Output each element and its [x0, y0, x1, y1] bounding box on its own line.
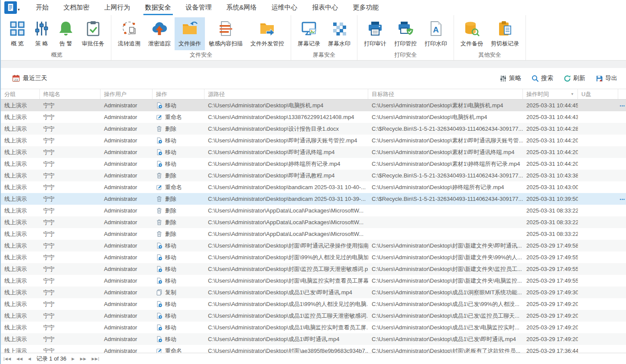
ribbon-button-label: 泄密追踪 [148, 40, 171, 48]
ribbon-button[interactable]: 打印审计 [360, 17, 390, 50]
table-row[interactable]: 线上演示宁宁Administrator删除C:\Users\Administra… [1, 193, 626, 205]
row-actions-button[interactable]: ••• [620, 104, 625, 108]
cell-time: 2025-03-31 10:44:20 [523, 137, 578, 144]
cell-source-path: C:\Users\Administrator\Desktop\bandicam … [204, 196, 368, 202]
table-row[interactable]: 线上演示宁宁Administrator移动C:\Users\Administra… [1, 240, 626, 251]
table-row[interactable]: 线上演示宁宁Administrator删除C:\Users\Administra… [1, 170, 626, 181]
ribbon-button[interactable]: A打印水印 [421, 17, 451, 50]
ribbon-button[interactable]: 概 览 [5, 17, 29, 50]
table-row[interactable]: 线上演示宁宁Administrator移动C:\Users\Administra… [1, 298, 626, 310]
table-row[interactable]: 线上演示宁宁Administrator移动C:\Users\Administra… [1, 251, 626, 263]
date-filter[interactable]: 23 最近三天 [12, 74, 47, 82]
operation-label: 移动 [165, 265, 176, 273]
cell-group: 线上演示 [1, 125, 40, 133]
cell-group: 线上演示 [1, 160, 40, 168]
table-row[interactable]: 线上演示宁宁Administrator删除C:\Users\Administra… [1, 228, 626, 240]
cell-target-path: C:\Users\Administrator\Desktop\封面\新建文件夹\… [368, 254, 523, 261]
table-row[interactable]: 线上演示宁宁Administrator重命名C:\Users\Administr… [1, 111, 626, 123]
first-page-button[interactable]: |◀◀ [3, 357, 11, 361]
export-save-icon [596, 75, 603, 82]
table-row[interactable]: 线上演示宁宁Administrator移动C:\Users\Administra… [1, 322, 626, 333]
ribbon-button[interactable]: 屏幕记录 [294, 17, 324, 50]
cell-time: 2025-03-31 10:44:20 [523, 149, 578, 155]
column-header-time[interactable]: 操作时间▼ [523, 89, 578, 99]
export-button[interactable]: 导出 [596, 74, 617, 82]
table-row[interactable]: 线上演示宁宁Administrator移动C:\Users\Administra… [1, 263, 626, 275]
menu-tab[interactable]: 报表中心 [305, 0, 346, 15]
row-actions-button[interactable]: ••• [620, 197, 625, 202]
ribbon-button[interactable]: 泄密追踪 [144, 17, 175, 50]
prev-fast-button[interactable]: ◀◀ [16, 357, 23, 361]
table-row[interactable]: 线上演示宁宁Administrator复制C:\Users\Administra… [1, 287, 626, 298]
refresh-button[interactable]: 刷新 [564, 74, 585, 82]
last-page-button[interactable]: ▶▶| [92, 357, 100, 361]
table-row[interactable]: 线上演示宁宁Administrator移动C:\Users\Administra… [1, 135, 626, 146]
table-row[interactable]: 线上演示宁宁Administrator移动C:\Users\Administra… [1, 146, 626, 158]
policy-button[interactable]: 策略 [500, 74, 521, 82]
search-button[interactable]: 搜索 [532, 74, 553, 82]
next-fast-button[interactable]: ▶▶ [80, 357, 87, 361]
column-header-terminal[interactable]: 终端名 [40, 89, 101, 99]
table-row[interactable]: 线上演示宁宁Administrator移动C:\Users\Administra… [1, 333, 626, 345]
cell-time: 2025-03-29 17:49:30 [523, 289, 578, 296]
cell-time: 2025-03-31 10:44:45 [523, 102, 578, 109]
column-header-usb[interactable]: U盘 [578, 89, 618, 99]
ribbon-button[interactable]: 文件外发管控 [247, 17, 288, 50]
table-row[interactable]: 线上演示宁宁Administrator重命名C:\Users\Administr… [1, 345, 626, 353]
ribbon-button[interactable]: 策 略 [29, 17, 54, 50]
column-header-user[interactable]: 操作用户 [101, 89, 152, 99]
table-row[interactable]: 线上演示宁宁Administrator重命名C:\Users\Administr… [1, 181, 626, 193]
menu-tab[interactable]: 数据安全 [138, 0, 178, 15]
ribbon-group: 屏幕记录屏幕水印屏幕安全 [291, 15, 357, 60]
cell-source-path: C:\Users\Administrator\Desktop\封面\99%的人都… [204, 254, 368, 261]
next-button[interactable]: ▶ [71, 357, 75, 361]
cell-source-path: C:\Users\Administrator\Desktop\即时通讯聊天账号管… [204, 137, 368, 145]
ribbon-button[interactable]: 文件备份 [457, 17, 487, 50]
ribbon-button[interactable]: 打印管控 [390, 17, 421, 50]
cell-terminal: 宁宁 [40, 230, 101, 238]
column-header-operation[interactable]: 操作 [152, 89, 204, 99]
cell-terminal: 宁宁 [40, 102, 101, 110]
column-header-target_path[interactable]: 目标路径 [368, 89, 523, 99]
policy-sliders-small-icon [500, 75, 507, 82]
filter-chevron-icon[interactable]: ▼ [571, 92, 574, 96]
cell-time: 2025-03-31 10:44:43 [523, 114, 578, 120]
cell-target-path: C:\Users\Administrator\Desktop\成品1\已发\监控… [368, 312, 523, 320]
calendar-icon: 23 [12, 74, 20, 82]
svg-text:A: A [433, 25, 439, 34]
ribbon-button[interactable]: 审批任务 [78, 17, 108, 50]
cell-operation: 移动 [152, 148, 204, 156]
cell-operation: 重命名 [152, 113, 204, 121]
cell-time: 2025-03-31 10:44:20 [523, 161, 578, 167]
move-file-icon [156, 277, 162, 284]
table-row[interactable]: 线上演示宁宁Administrator删除C:\Users\Administra… [1, 216, 626, 228]
column-header-source_path[interactable]: 源路径 [204, 89, 368, 99]
menu-tab[interactable]: 开始 [29, 0, 56, 15]
prev-button[interactable]: ◀ [28, 357, 31, 361]
menu-tab[interactable]: 运维中心 [264, 0, 305, 15]
ribbon-button-label: 文件备份 [461, 40, 483, 48]
table-row[interactable]: 线上演示宁宁Administrator移动C:\Users\Administra… [1, 310, 626, 322]
ribbon-button[interactable]: 文件操作 [175, 17, 205, 50]
ribbon-button[interactable]: 流转追溯 [114, 17, 144, 50]
ribbon-button[interactable]: 告 警 [54, 17, 78, 50]
ribbon-button[interactable]: 剪切板记录 [487, 17, 523, 50]
menu-tab[interactable]: 更多功能 [346, 0, 386, 15]
table-row[interactable]: 线上演示宁宁Administrator移动C:\Users\Administra… [1, 275, 626, 287]
operation-label: 移动 [165, 137, 176, 145]
menu-tab[interactable]: 设备管理 [178, 0, 219, 15]
menu-tab[interactable]: 文档加密 [56, 0, 97, 15]
ribbon-button[interactable]: 屏幕水印 [324, 17, 354, 50]
ribbon-button[interactable]: 敏感内容扫描 [205, 17, 247, 50]
column-header-label: 操作用户 [104, 90, 126, 98]
table-row[interactable]: 线上演示宁宁Administrator删除C:\Users\Administra… [1, 205, 626, 216]
table-row[interactable]: 线上演示宁宁Administrator移动C:\Users\Administra… [1, 158, 626, 170]
menu-tab[interactable]: 系统&网络 [219, 0, 264, 15]
operation-label: 重命名 [165, 113, 182, 121]
table-row[interactable]: 线上演示宁宁Administrator删除C:\Users\Administra… [1, 123, 626, 135]
menu-tab[interactable]: 上网行为 [97, 0, 138, 15]
app-menu-button[interactable]: ▾ [4, 1, 20, 14]
operation-label: 删除 [165, 172, 176, 180]
column-header-group[interactable]: 分组 [1, 89, 40, 99]
table-row[interactable]: 线上演示宁宁Administrator移动C:\Users\Administra… [1, 100, 626, 111]
